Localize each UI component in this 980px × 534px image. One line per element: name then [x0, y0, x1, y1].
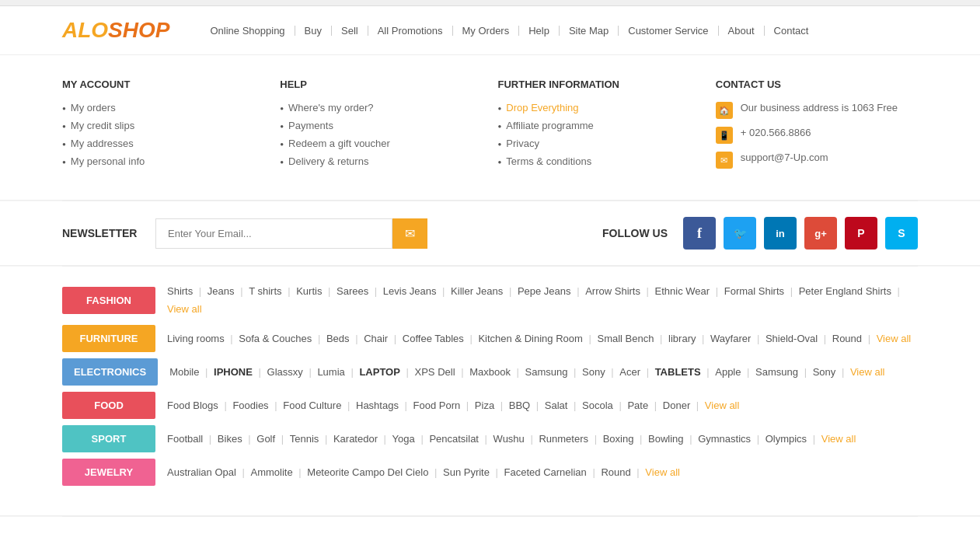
- nav-online-shopping[interactable]: Online Shopping: [201, 26, 295, 36]
- cat-link[interactable]: Gymnastics: [698, 433, 751, 445]
- cat-link[interactable]: Faceted Carnelian: [504, 466, 587, 478]
- cat-link[interactable]: TABLETS: [655, 366, 701, 378]
- cat-link[interactable]: Football: [167, 433, 203, 445]
- cat-link[interactable]: Golf: [256, 433, 275, 445]
- drop-everything-link[interactable]: Drop Everything: [506, 102, 578, 113]
- cat-link[interactable]: Piza: [475, 400, 494, 411]
- cat-link[interactable]: Meteorite Campo Del Cielo: [307, 466, 428, 478]
- my-addresses-link[interactable]: My addresses: [71, 138, 134, 149]
- terms-link[interactable]: Terms & conditions: [506, 155, 591, 167]
- cat-link[interactable]: library: [668, 333, 696, 344]
- cat-link[interactable]: Living rooms: [167, 333, 225, 344]
- view-all-link[interactable]: View all: [877, 333, 912, 344]
- cat-link[interactable]: T shirts: [249, 285, 281, 297]
- view-all-link[interactable]: View all: [850, 366, 885, 378]
- cat-link[interactable]: Lumia: [317, 366, 344, 378]
- cat-link[interactable]: Sofa & Couches: [239, 333, 312, 344]
- view-all-link[interactable]: View all: [167, 303, 202, 315]
- wheres-my-order-link[interactable]: Where's my order?: [288, 102, 373, 113]
- cat-link[interactable]: Sarees: [337, 285, 368, 297]
- fashion-label[interactable]: FASHION: [62, 287, 155, 314]
- affiliate-link[interactable]: Affiliate programme: [506, 120, 593, 131]
- cat-link[interactable]: Arrow Shirts: [585, 285, 640, 297]
- cat-link[interactable]: Round: [601, 466, 630, 478]
- cat-link[interactable]: Samsung: [525, 366, 568, 378]
- cat-link[interactable]: Sony: [813, 366, 836, 378]
- cat-link[interactable]: Runmeters: [539, 433, 588, 445]
- nav-about[interactable]: About: [719, 26, 765, 36]
- twitter-button[interactable]: 🐦: [724, 217, 756, 250]
- nav-site-map[interactable]: Site Map: [560, 26, 619, 36]
- cat-link[interactable]: Tennis: [290, 433, 319, 445]
- cat-link[interactable]: LAPTOP: [359, 366, 400, 378]
- cat-link[interactable]: XPS Dell: [415, 366, 455, 378]
- cat-link[interactable]: Socola: [582, 400, 613, 411]
- view-all-link[interactable]: View all: [821, 433, 856, 445]
- nav-my-orders[interactable]: My Orders: [453, 26, 520, 36]
- view-all-link[interactable]: View all: [705, 400, 740, 411]
- cat-link[interactable]: Sony: [582, 366, 605, 378]
- skype-button[interactable]: S: [885, 217, 918, 250]
- nav-contact[interactable]: Contact: [765, 26, 818, 36]
- nav-customer-service[interactable]: Customer Service: [619, 26, 718, 36]
- view-all-link[interactable]: View all: [645, 466, 680, 478]
- cat-link[interactable]: Salat: [545, 400, 568, 411]
- my-orders-link[interactable]: My orders: [71, 102, 116, 113]
- google-plus-button[interactable]: g+: [804, 217, 837, 250]
- cat-link[interactable]: Karatedor: [333, 433, 378, 445]
- gift-voucher-link[interactable]: Redeem a gift voucher: [288, 138, 390, 149]
- cat-link[interactable]: Pepe Jeans: [518, 285, 571, 297]
- facebook-button[interactable]: f: [683, 217, 716, 250]
- cat-link[interactable]: Olympics: [766, 433, 807, 445]
- delivery-returns-link[interactable]: Delivery & returns: [288, 155, 368, 167]
- cat-link[interactable]: Food Culture: [283, 400, 341, 411]
- cat-link[interactable]: Doner: [663, 400, 690, 411]
- cat-link[interactable]: Bikes: [218, 433, 242, 445]
- cat-link[interactable]: Wushu: [493, 433, 525, 445]
- cat-link[interactable]: IPHONE: [214, 366, 253, 378]
- cat-link[interactable]: Apple: [715, 366, 741, 378]
- my-personal-info-link[interactable]: My personal info: [71, 155, 145, 167]
- cat-link[interactable]: Coffee Tables: [403, 333, 464, 344]
- cat-link[interactable]: Round: [832, 333, 862, 344]
- cat-link[interactable]: Chair: [364, 333, 388, 344]
- cat-link[interactable]: Pate: [627, 400, 648, 411]
- food-label[interactable]: FOOD: [62, 392, 155, 419]
- nav-buy[interactable]: Buy: [295, 26, 332, 36]
- nav-all-promotions[interactable]: All Promotions: [368, 26, 453, 36]
- privacy-link[interactable]: Privacy: [506, 138, 539, 149]
- nav-sell[interactable]: Sell: [332, 26, 368, 36]
- cat-link[interactable]: Peter England Shirts: [799, 285, 891, 297]
- cat-link[interactable]: Pencatsilat: [429, 433, 479, 445]
- cat-link[interactable]: Hashtags: [356, 400, 399, 411]
- cat-link[interactable]: Bowling: [648, 433, 684, 445]
- cat-link[interactable]: Food Porn: [413, 400, 461, 411]
- cat-link[interactable]: Yoga: [392, 433, 415, 445]
- cat-link[interactable]: Samsung: [755, 366, 798, 378]
- newsletter-submit-button[interactable]: ✉: [392, 218, 427, 249]
- cat-link[interactable]: Kurtis: [296, 285, 322, 297]
- cat-link[interactable]: Glassxy: [267, 366, 303, 378]
- cat-link[interactable]: Acer: [619, 366, 640, 378]
- cat-link[interactable]: Kitchen & Dining Room: [478, 333, 582, 344]
- linkedin-button[interactable]: in: [764, 217, 797, 250]
- cat-link[interactable]: Ammolite: [251, 466, 293, 478]
- cat-link[interactable]: Levis Jeans: [383, 285, 437, 297]
- cat-link[interactable]: Mobile: [169, 366, 199, 378]
- cat-link[interactable]: Sun Pyrite: [443, 466, 490, 478]
- cat-link[interactable]: Wayfarer: [710, 333, 751, 344]
- cat-link[interactable]: Jeans: [208, 285, 235, 297]
- jewelry-label[interactable]: JEWELRY: [62, 459, 155, 486]
- newsletter-input[interactable]: [155, 218, 392, 249]
- cat-link[interactable]: Boxing: [603, 433, 634, 445]
- electronics-label[interactable]: ELECTRONICS: [62, 358, 158, 386]
- cat-link[interactable]: BBQ: [509, 400, 530, 411]
- payments-link[interactable]: Payments: [288, 120, 333, 131]
- furniture-label[interactable]: FURNITURE: [62, 325, 155, 352]
- cat-link[interactable]: Australian Opal: [167, 466, 236, 478]
- pinterest-button[interactable]: P: [845, 217, 877, 250]
- cat-link[interactable]: Foodies: [232, 400, 268, 411]
- cat-link[interactable]: Beds: [326, 333, 350, 344]
- cat-link[interactable]: Ethnic Wear: [655, 285, 710, 297]
- nav-help[interactable]: Help: [519, 26, 560, 36]
